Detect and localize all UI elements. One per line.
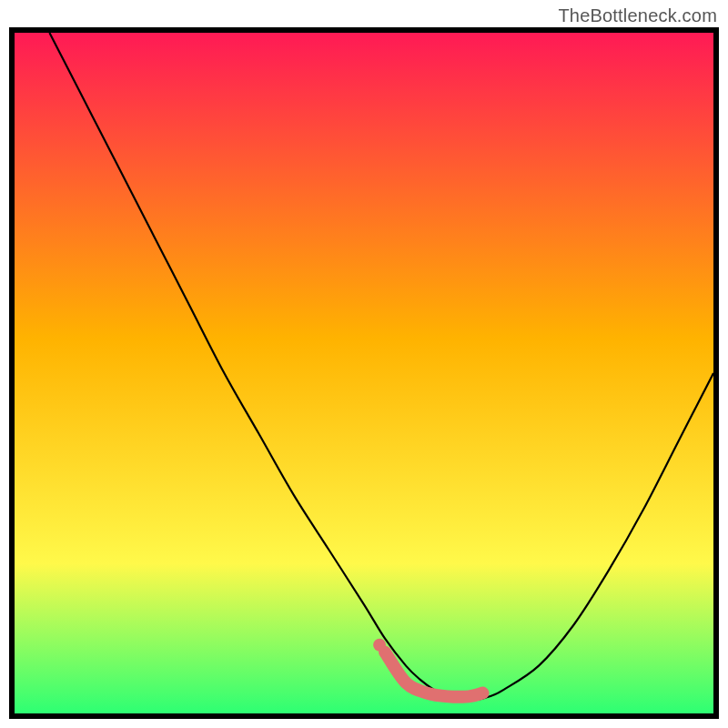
chart-container: TheBottleneck.com	[0, 0, 728, 728]
gradient-background	[15, 33, 713, 713]
highlight-dot	[373, 639, 386, 652]
watermark-text: TheBottleneck.com	[558, 5, 717, 26]
chart-svg	[15, 33, 713, 713]
plot-area	[15, 33, 713, 713]
plot-frame	[9, 27, 719, 719]
